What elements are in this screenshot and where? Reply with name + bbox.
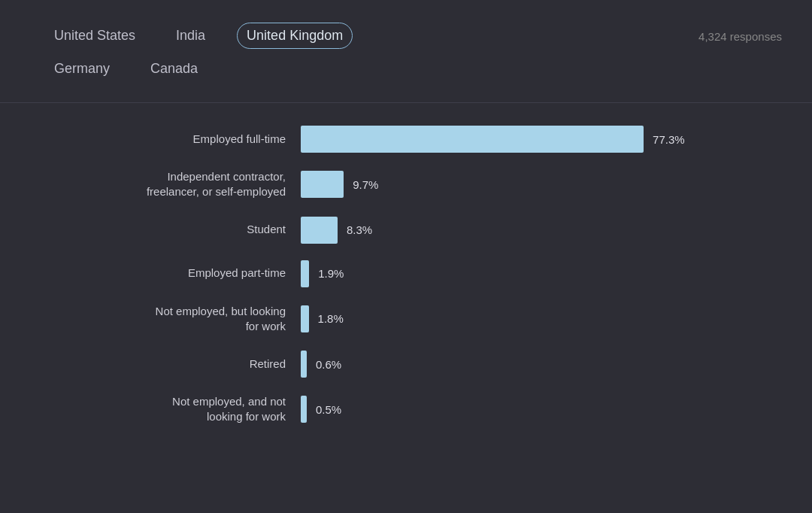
filter-tag-united-kingdom[interactable]: United Kingdom [237, 23, 353, 49]
bar [301, 396, 307, 423]
bar-label: Employed part-time [45, 266, 301, 281]
chart-row: Student8.3% [45, 217, 767, 244]
filter-tag-canada[interactable]: Canada [141, 56, 207, 81]
bar-container: 1.8% [301, 305, 767, 332]
bar-container: 77.3% [301, 126, 767, 153]
bar-container: 1.9% [301, 260, 767, 287]
bar-label: Student [45, 222, 301, 237]
bar-value: 9.7% [353, 178, 378, 191]
bar-container: 9.7% [301, 171, 767, 198]
bar-label: Not employed, and notlooking for work [45, 394, 301, 425]
bar-container: 0.6% [301, 351, 767, 378]
chart-row: Independent contractor,freelancer, or se… [45, 169, 767, 200]
bar-label: Retired [45, 357, 301, 372]
filter-tag-india[interactable]: India [167, 23, 214, 48]
bar-value: 1.9% [318, 267, 344, 280]
filter-section: United StatesIndiaUnited Kingdom Germany… [0, 0, 812, 89]
bar [301, 351, 307, 378]
bar [301, 126, 644, 153]
bar [301, 260, 309, 287]
chart-row: Not employed, and notlooking for work0.5… [45, 394, 767, 425]
responses-count: 4,324 responses [698, 23, 782, 43]
chart-row: Not employed, but lookingfor work1.8% [45, 304, 767, 335]
bar-value: 0.5% [316, 403, 341, 416]
filter-tags: United StatesIndiaUnited Kingdom Germany… [45, 23, 698, 89]
section-divider [0, 102, 812, 103]
bar-container: 8.3% [301, 217, 767, 244]
bar-label: Employed full-time [45, 132, 301, 147]
bar [301, 305, 309, 332]
bar-value: 0.6% [316, 358, 341, 371]
filter-tag-united-states[interactable]: United States [45, 23, 144, 48]
bar-value: 8.3% [347, 223, 372, 236]
bar [301, 217, 338, 244]
bar-value: 1.8% [318, 312, 344, 325]
bar-label: Independent contractor,freelancer, or se… [45, 169, 301, 200]
bar-value: 77.3% [653, 133, 685, 146]
chart-row: Employed part-time1.9% [45, 260, 767, 287]
filter-tag-germany[interactable]: Germany [45, 56, 119, 81]
chart-row: Retired0.6% [45, 351, 767, 378]
bar [301, 171, 344, 198]
chart-area: Employed full-time77.3%Independent contr… [0, 126, 812, 457]
bar-container: 0.5% [301, 396, 767, 423]
bar-label: Not employed, but lookingfor work [45, 304, 301, 335]
chart-row: Employed full-time77.3% [45, 126, 767, 153]
